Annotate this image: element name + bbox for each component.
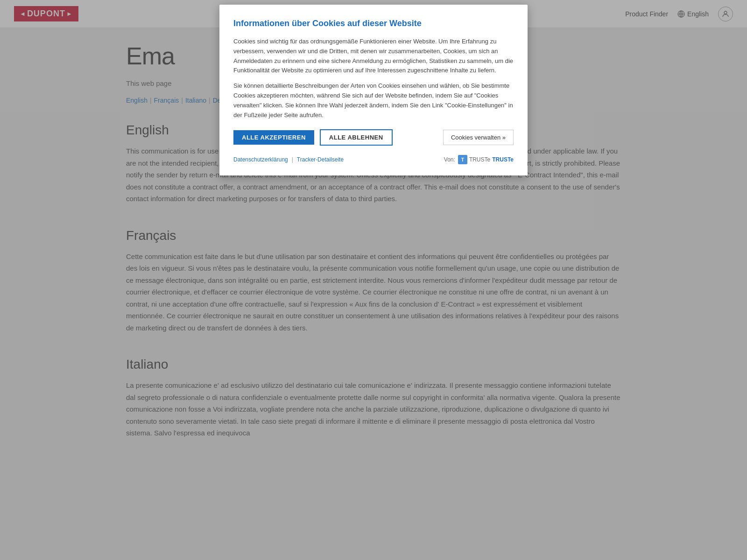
cookie-footer-links: Datenschutzerklärung | Tracker-Detailsei… <box>233 156 344 163</box>
trustarc-brand: Von: T TRUSTe TRUSTe <box>444 155 514 164</box>
footer-by-label: Von: <box>444 156 455 163</box>
trustarc-logo: T TRUSTe TRUSTe <box>458 155 514 164</box>
trustarc-name: TRUSTe <box>469 156 490 163</box>
cookie-modal-buttons: ALLE AKZEPTIEREN ALLE ABLEHNEN Cookies v… <box>233 129 514 146</box>
truste-text: TRUSTe <box>492 156 514 163</box>
cookie-modal-body: Cookies sind wichtig für das ordnungsgem… <box>233 37 514 120</box>
accept-all-button[interactable]: ALLE AKZEPTIEREN <box>233 130 314 145</box>
reject-all-button[interactable]: ALLE ABLEHNEN <box>320 129 393 146</box>
cookie-modal-footer: Datenschutzerklärung | Tracker-Detailsei… <box>233 155 514 164</box>
cookie-modal-overlay: Informationen über Cookies auf dieser We… <box>0 0 747 476</box>
cookie-modal: Informationen über Cookies auf dieser We… <box>219 5 528 175</box>
privacy-link[interactable]: Datenschutzerklärung <box>233 156 288 163</box>
cookie-modal-title: Informationen über Cookies auf dieser We… <box>233 19 514 28</box>
manage-cookies-button[interactable]: Cookies verwalten » <box>443 130 514 145</box>
tracker-link[interactable]: Tracker-Detailseite <box>297 156 344 163</box>
trustarc-shield-icon: T <box>458 155 467 164</box>
